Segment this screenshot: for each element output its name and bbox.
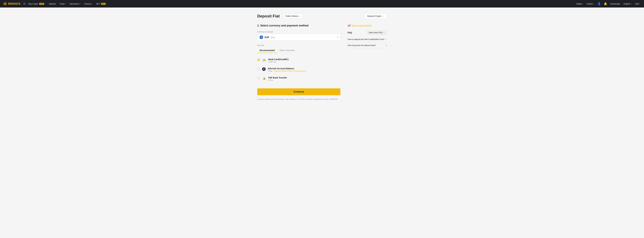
payment-option-bank-card[interactable]: 💳 Bank Card(Visa/MC) 1.8% Fee: [257, 56, 340, 65]
svg-marker-3: [4, 4, 5, 5]
page-title: Deposit Fiat: [257, 14, 280, 18]
advcash-fee: 0 Fee Supports SEPA transfer (€1 deposit…: [268, 70, 306, 72]
footer-text: Binance UAB is part of this Service. UAB…: [259, 98, 338, 100]
nav-derivatives[interactable]: Derivatives ▾: [68, 0, 82, 7]
alert-text: Didn't receive deposit?: [352, 24, 372, 27]
bank-card-name: Bank Card(Visa/MC): [268, 58, 288, 61]
continue-button[interactable]: Continue: [257, 88, 340, 95]
finance-chevron: ▾: [92, 3, 92, 5]
p2p-name: P2P Bank Transfer: [268, 77, 287, 79]
section-title: 1. Select currency and payment method: [257, 24, 340, 27]
navbar: BINANCE ⊞ Buy Crypto EUR ▾ Markets Trade…: [0, 0, 644, 7]
faq-question-2: How long does the deposit take?: [348, 44, 376, 46]
view-more-faq-button[interactable]: View more FAQ →: [367, 30, 387, 35]
svg-marker-5: [6, 4, 7, 5]
bank-card-info: Bank Card(Visa/MC) 1.8% Fee: [268, 58, 288, 63]
tabs: Recommended Other Payments: [257, 48, 340, 53]
bank-card-fee: 1.8% Fee: [268, 61, 288, 63]
left-panel: 1. Select currency and payment method Cu…: [257, 24, 340, 100]
alert-icon: 📢: [348, 24, 350, 27]
pay-with-label: Pay with: [257, 44, 340, 46]
nav-currency[interactable]: USD: [633, 0, 641, 7]
info-icon: ℹ: [257, 98, 258, 100]
nav-language[interactable]: English ▾: [622, 0, 633, 7]
tab-recommended[interactable]: Recommended: [257, 48, 277, 53]
svg-marker-2: [6, 3, 7, 4]
derivatives-chevron: ▾: [80, 3, 80, 5]
svg-marker-6: [5, 4, 6, 5]
faq-item-2[interactable]: How long does the deposit take? ▾: [348, 42, 387, 48]
faq-chevron-2-icon: ▾: [386, 44, 387, 46]
deposit-crypto-button[interactable]: Deposit Crypto →: [364, 13, 387, 19]
faq-chevron-1-icon: ▾: [386, 38, 387, 40]
radio-inner-icon: [258, 59, 259, 60]
p2p-icon: 🏦: [262, 77, 266, 81]
payment-option-p2p[interactable]: 🏦 P2P Bank Transfer 0 Fee: [257, 74, 340, 84]
faq-item-1[interactable]: How to deposit fiat with Credit/Debit Ca…: [348, 36, 387, 42]
p2p-fee: 0 Fee: [268, 79, 287, 81]
currency-circle-icon: €: [260, 35, 263, 39]
currency-label: Currency to deposit: [257, 31, 340, 33]
nav-right: Wallet ▾ Orders ▾ 👤 🔔 Downloads English …: [574, 0, 641, 7]
logo-text: BINANCE: [8, 2, 20, 5]
right-panel: 📢 Didn't receive deposit? FAQ View more …: [348, 24, 387, 48]
nav-downloads[interactable]: Downloads: [608, 0, 622, 7]
page-header: Deposit Fiat Order History → Deposit Cry…: [257, 13, 387, 19]
profile-icon[interactable]: 👤: [596, 2, 602, 5]
nav-nft[interactable]: NFT New: [94, 0, 108, 7]
tab-other-payments[interactable]: Other Payments: [277, 48, 297, 53]
currency-name: Euro: [271, 36, 275, 38]
p2p-info: P2P Bank Transfer 0 Fee: [268, 77, 287, 81]
svg-marker-4: [5, 3, 6, 4]
trade-chevron: ▾: [65, 3, 66, 5]
footer-note: ℹ Binance UAB is part of this Service. U…: [257, 98, 340, 100]
nav-markets[interactable]: Markets: [47, 0, 58, 7]
nav-trade[interactable]: Trade ▾: [58, 0, 68, 7]
currency-code: EUR: [264, 36, 269, 38]
grid-icon[interactable]: ⊞: [22, 2, 27, 5]
nft-badge: New: [101, 3, 106, 5]
faq-label: FAQ: [348, 31, 352, 34]
advcash-name: Advcash Account Balance: [268, 67, 306, 70]
radio-p2p: [257, 77, 260, 80]
nav-wallet[interactable]: Wallet ▾: [574, 0, 585, 7]
language-chevron: ▾: [631, 3, 632, 5]
orders-chevron: ▾: [594, 3, 594, 5]
bell-icon[interactable]: 🔔: [602, 2, 608, 5]
nav-orders[interactable]: Orders ▾: [585, 0, 596, 7]
svg-marker-0: [5, 2, 6, 3]
sepa-tag: Supports SEPA transfer (€1 deposit fee): [274, 70, 306, 72]
main-layout: 1. Select currency and payment method Cu…: [257, 24, 387, 100]
alert-link[interactable]: 📢 Didn't receive deposit?: [348, 24, 387, 27]
radio-bank-card: [257, 58, 260, 61]
advcash-icon: A: [262, 67, 266, 71]
order-history-button[interactable]: Order History →: [283, 14, 303, 18]
currency-chevron-icon: ▾: [337, 36, 338, 38]
logo[interactable]: BINANCE: [3, 2, 20, 6]
advcash-info: Advcash Account Balance 0 Fee Supports S…: [268, 67, 306, 72]
radio-advcash: [257, 68, 260, 70]
faq-row: FAQ View more FAQ →: [348, 30, 387, 35]
wallet-chevron: ▾: [582, 3, 583, 5]
svg-marker-1: [4, 3, 5, 4]
buy-crypto-chevron: ▾: [44, 3, 45, 5]
eur-badge: EUR: [39, 3, 44, 5]
payment-options-list: 💳 Bank Card(Visa/MC) 1.8% Fee A Advcash …: [257, 56, 340, 84]
nav-buy-crypto[interactable]: Buy Crypto EUR ▾: [27, 0, 47, 7]
page-wrapper: Deposit Fiat Order History → Deposit Cry…: [254, 7, 390, 109]
nav-finance[interactable]: Finance ▾: [82, 0, 94, 7]
currency-select[interactable]: € EUR Euro ▾: [257, 34, 340, 41]
payment-option-advcash[interactable]: A Advcash Account Balance 0 Fee Supports…: [257, 65, 340, 74]
faq-question-1: How to deposit fiat with Credit/Debit Ca…: [348, 38, 384, 40]
bank-card-icon: 💳: [262, 58, 266, 62]
